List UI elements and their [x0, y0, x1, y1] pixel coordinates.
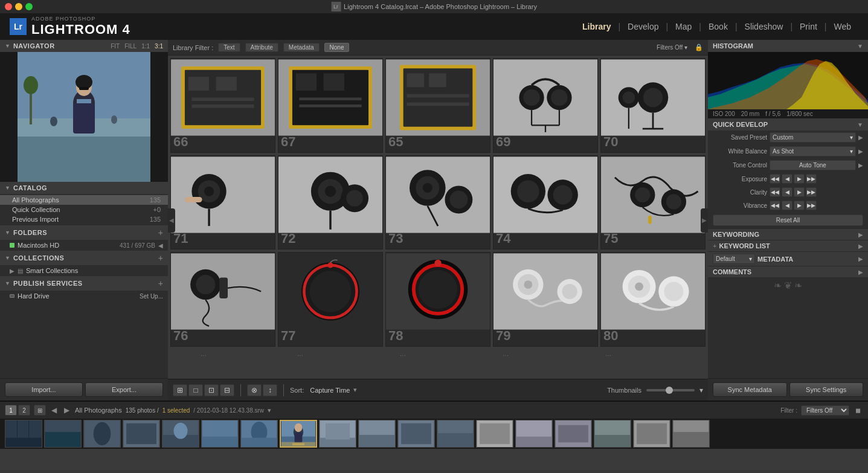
filter-attribute-button[interactable]: Attribute	[245, 43, 278, 52]
filter-lock-icon[interactable]: 🔒	[695, 43, 703, 51]
photo-cell-15[interactable]: 80	[600, 252, 706, 347]
sort-dropdown-arrow[interactable]: ▾	[353, 386, 357, 394]
grid-toggle-button[interactable]: ⊞	[34, 405, 46, 416]
sync-metadata-button[interactable]: Sync Metadata	[713, 382, 787, 397]
survey-view-button[interactable]: ⊟	[220, 384, 234, 396]
exposure-inc-small[interactable]: ▶	[794, 174, 805, 184]
thumbnail-size-slider[interactable]	[646, 389, 695, 391]
photo-cell-8[interactable]: 73	[385, 155, 490, 250]
saved-preset-arrow-right[interactable]: ▶	[858, 134, 863, 141]
page-1-button[interactable]: 1	[5, 405, 17, 416]
filmstrip-filter-dropdown[interactable]: Filters Off	[801, 405, 849, 416]
film-thumb-5[interactable]	[162, 420, 199, 448]
vibrance-inc-small[interactable]: ▶	[794, 201, 805, 210]
module-book[interactable]: Book	[701, 19, 735, 34]
quick-develop-header[interactable]: Quick Develop ▼	[708, 118, 868, 130]
publish-services-add-icon[interactable]: +	[158, 278, 163, 288]
photo-cell-1[interactable]: 66	[170, 58, 275, 153]
clarity-dec-large[interactable]: ◀◀	[770, 187, 780, 197]
module-develop[interactable]: Develop	[620, 19, 666, 34]
module-library[interactable]: Library	[575, 19, 618, 34]
exposure-dec-large[interactable]: ◀◀	[770, 174, 780, 184]
toolbar-more-button[interactable]: ▾	[699, 386, 703, 394]
module-print[interactable]: Print	[792, 19, 825, 34]
catalog-header[interactable]: ▼ Catalog	[0, 182, 168, 194]
compare-view-button[interactable]: ⊡	[204, 384, 219, 396]
photo-cell-12[interactable]: 77	[278, 252, 383, 347]
keyword-list-plus[interactable]: +	[713, 242, 716, 249]
keywording-section[interactable]: Keywording ▶	[708, 228, 868, 240]
publish-services-header[interactable]: ▼ Publish Services +	[0, 276, 168, 291]
setup-link[interactable]: Set Up...	[140, 293, 163, 300]
metadata-type-dropdown[interactable]: Default ▾	[713, 254, 755, 264]
zoom-fit[interactable]: FIT	[111, 43, 120, 50]
photo-cell-14[interactable]: 79	[493, 252, 598, 347]
folder-macintosh-hd[interactable]: Macintosh HD 431 / 697 GB ◀	[0, 240, 168, 251]
photo-cell-10[interactable]: 75	[600, 155, 706, 250]
photo-cell-9[interactable]: 74	[493, 155, 598, 250]
film-thumb-11[interactable]	[397, 420, 435, 448]
filmstrip-filename-arrow[interactable]: ▾	[268, 407, 271, 414]
tone-control-arrow-right[interactable]: ▶	[858, 162, 863, 169]
saved-preset-dropdown[interactable]: Custom ▾	[770, 132, 856, 143]
zoom-fill[interactable]: FILL	[124, 43, 137, 50]
grid-view-button[interactable]: ⊞	[173, 384, 187, 396]
folders-header[interactable]: ▼ Folders +	[0, 225, 168, 240]
import-button[interactable]: Import...	[5, 382, 83, 397]
filter-dropdown-arrow[interactable]: ▾	[684, 44, 687, 51]
filmstrip-maximize-button[interactable]: ◼	[853, 407, 863, 414]
clarity-inc-small[interactable]: ▶	[794, 187, 805, 197]
photo-cell-4[interactable]: 69	[493, 58, 598, 153]
clarity-dec-small[interactable]: ◀	[782, 187, 792, 197]
collections-header[interactable]: ▼ Collections +	[0, 251, 168, 265]
navigator-header[interactable]: ▼ Navigator FIT FILL 1:1 3:1	[0, 40, 168, 52]
comments-section[interactable]: Comments ▶	[708, 266, 868, 277]
catalog-item-all-photos[interactable]: All Photographs 135	[0, 195, 168, 205]
module-map[interactable]: Map	[668, 19, 699, 34]
folders-add-icon[interactable]: +	[158, 228, 163, 237]
film-thumb-14[interactable]	[515, 420, 553, 448]
white-balance-arrow-right[interactable]: ▶	[858, 148, 863, 155]
metadata-section[interactable]: Default ▾ Metadata ▶	[708, 251, 868, 266]
film-thumb-1[interactable]	[5, 420, 42, 448]
sort-value[interactable]: Capture Time	[310, 387, 350, 394]
vibrance-dec-small[interactable]: ◀	[782, 201, 792, 210]
minimize-button[interactable]	[15, 3, 22, 10]
film-thumb-6[interactable]	[201, 420, 239, 448]
keyword-list-section[interactable]: + Keyword List ▶	[708, 240, 868, 251]
zoom-1-1[interactable]: 1:1	[141, 43, 150, 50]
catalog-item-quick-collection[interactable]: Quick Collection + 0	[0, 205, 168, 214]
close-button[interactable]	[5, 3, 12, 10]
module-web[interactable]: Web	[826, 19, 858, 34]
filmstrip-prev-button[interactable]: ◀	[50, 406, 59, 414]
filter-none-button[interactable]: None	[324, 43, 350, 52]
clarity-inc-large[interactable]: ▶▶	[806, 187, 817, 197]
film-thumb-3[interactable]	[83, 420, 121, 448]
sync-settings-button[interactable]: Sync Settings	[789, 382, 864, 397]
collection-smart-collections[interactable]: ▶ ▤ Smart Collections	[0, 265, 168, 276]
film-thumb-9[interactable]	[319, 420, 356, 448]
module-slideshow[interactable]: Slideshow	[738, 19, 791, 34]
film-thumb-16[interactable]	[594, 420, 631, 448]
catalog-item-previous-import[interactable]: Previous Import 135	[0, 214, 168, 224]
delete-button[interactable]: ⊗	[247, 384, 262, 396]
photo-cell-13[interactable]: 78	[385, 252, 490, 347]
filmstrip-next-button[interactable]: ▶	[62, 406, 71, 414]
zoom-3-1[interactable]: 3:1	[155, 43, 163, 50]
photo-cell-7[interactable]: 72	[278, 155, 383, 250]
exposure-inc-large[interactable]: ▶▶	[806, 174, 817, 184]
loupe-view-button[interactable]: □	[188, 384, 203, 396]
maximize-button[interactable]	[25, 3, 33, 10]
white-balance-dropdown[interactable]: As Shot ▾	[770, 146, 856, 156]
auto-tone-button[interactable]: Auto Tone	[770, 160, 856, 170]
thumbnail-slider-thumb[interactable]	[666, 387, 673, 394]
reset-all-button[interactable]: Reset All	[713, 214, 863, 226]
film-thumb-15[interactable]	[555, 420, 592, 448]
film-thumb-13[interactable]	[476, 420, 513, 448]
publish-hard-drive[interactable]: Hard Drive Set Up...	[0, 291, 168, 301]
page-2-button[interactable]: 2	[18, 405, 30, 416]
exposure-dec-small[interactable]: ◀	[782, 174, 792, 184]
film-thumb-4[interactable]	[123, 420, 160, 448]
film-thumb-17[interactable]	[633, 420, 670, 448]
film-thumb-10[interactable]	[358, 420, 396, 448]
